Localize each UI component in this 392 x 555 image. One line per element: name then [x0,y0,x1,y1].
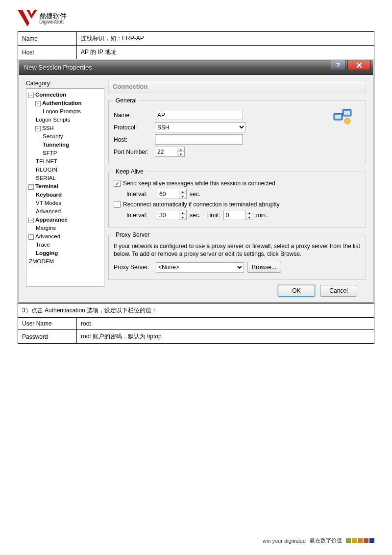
footer-slogan: win your digivalue [263,538,306,544]
reconnect-label: Reconnect automatically if connection is… [123,201,280,208]
host-desc: AP 的 IP 地址 [77,46,374,59]
interval-input[interactable] [157,189,179,199]
limit-spinner[interactable]: ▲▼ [223,210,253,220]
tree-zmodem[interactable]: ZMODEM [28,257,54,266]
proxy-label: Proxy Server: [114,264,153,271]
sec2-label: sec. [190,212,200,219]
spin-up-icon[interactable]: ▲ [177,147,184,152]
color-square [346,538,351,543]
spin-up-icon[interactable]: ▲ [179,210,186,215]
minus-icon[interactable]: − [35,101,41,106]
tree-keyboard[interactable]: Keyboard [35,191,62,199]
minus-icon[interactable]: − [28,184,34,190]
reconnect-checkbox[interactable] [114,201,121,208]
tree-appearance[interactable]: Appearance [35,216,68,224]
tree-margins[interactable]: Margins [35,224,56,232]
interval-label: Interval: [126,191,154,198]
proxy-group: Proxy Server If your network is configur… [108,231,366,280]
proxy-desc: If your network is configured to use a p… [114,242,361,258]
color-square [352,538,357,543]
page-header: 鼎捷软件 DigiwinSoft [0,0,392,31]
svg-rect-1 [335,115,341,119]
host-input[interactable] [155,134,243,145]
tree-serial[interactable]: SERIAL [35,174,56,182]
minus-icon[interactable]: − [28,218,34,223]
help-button[interactable]: ? [331,60,345,70]
interval-spinner[interactable]: ▲▼ [157,189,187,199]
general-legend: General [114,97,139,104]
tree-advanced-terminal[interactable]: Advanced [35,207,61,216]
minus-icon[interactable]: − [28,234,34,240]
user-label: User Name [18,318,77,330]
browse-button[interactable]: Browse... [247,262,281,273]
tree-rlogin[interactable]: RLOGIN [35,166,58,174]
close-button[interactable] [347,60,371,70]
interval2-label: Interval: [126,212,154,219]
svg-rect-3 [344,111,350,115]
tree-vtmodes[interactable]: VT Modes [35,199,62,207]
tree-trace[interactable]: Trace [35,241,50,249]
brand-sub: DigiwinSoft [39,19,67,25]
tree-authentication[interactable]: Authentication [42,99,82,107]
send-keepalive-label: Send keep alive messages while this sess… [123,180,275,187]
color-square [358,538,363,543]
dialog-title: New Session Properties [24,64,92,71]
name-label: Name [18,32,77,46]
interval2-input[interactable] [157,210,179,220]
spin-down-icon[interactable]: ▼ [177,152,184,156]
cancel-button[interactable]: Cancel [320,285,357,297]
protocol-select[interactable]: SSH [155,122,246,132]
info-table-1: Name 连线标识，如：ERP-AP Host AP 的 IP 地址 New S… [18,31,374,344]
color-squares [346,538,374,543]
brand-name: 鼎捷软件 [39,12,67,19]
ok-button[interactable]: OK [278,285,315,297]
dialog-titlebar: New Session Properties ? [19,60,373,75]
panel-title: Connection [108,80,366,93]
tree-terminal[interactable]: Terminal [35,182,59,191]
limit-label: Limit: [206,212,220,219]
network-icon [333,106,352,126]
general-group: General Name: Protocol: SSH [108,97,366,164]
port-spinner[interactable]: ▲▼ [155,147,185,157]
tree-security[interactable]: Security [42,132,64,141]
category-tree[interactable]: −Connection −Authentication Logon Prompt… [26,88,104,287]
tree-connection[interactable]: Connection [35,91,67,99]
keepalive-legend: Keep Alive [114,168,146,175]
svg-point-4 [344,118,350,124]
password-label: Password [18,330,77,344]
page-footer: win your digivalue 赢在数字价值 [263,537,374,544]
protocol-label: Protocol: [114,124,152,131]
limit-input[interactable] [223,210,246,220]
tree-tunneling[interactable]: Tunneling [42,141,70,149]
keepalive-group: Keep Alive ✔ Send keep alive messages wh… [108,168,366,227]
category-label: Category: [26,80,104,87]
step3-text: 3）点击 Authentiacation 选项，设定以下栏位的值： [18,304,374,318]
minus-icon[interactable]: − [35,126,41,131]
port-input[interactable] [155,147,177,157]
proxy-select[interactable]: <None> [156,262,244,273]
password-value: root 账户的密码，默认为 tiptop [77,330,374,344]
interval2-spinner[interactable]: ▲▼ [157,210,187,220]
name-input[interactable] [155,110,243,120]
spin-down-icon[interactable]: ▼ [179,194,186,199]
spin-up-icon[interactable]: ▲ [179,189,186,194]
tree-logon-prompts[interactable]: Logon Prompts [42,107,81,116]
user-value: root [77,318,374,330]
name-field-label: Name: [114,112,152,119]
minus-icon[interactable]: − [28,93,34,98]
tree-telnet[interactable]: TELNET [35,157,58,166]
brand-logo: 鼎捷软件 DigiwinSoft [18,10,67,26]
session-properties-dialog: New Session Properties ? Category: [19,60,373,303]
spin-down-icon[interactable]: ▼ [246,215,253,220]
logo-icon [18,10,37,26]
footer-cn: 赢在数字价值 [310,537,342,544]
tree-logon-scripts[interactable]: Logon Scripts [35,116,71,124]
tree-advanced[interactable]: Advanced [35,232,61,241]
spin-up-icon[interactable]: ▲ [246,210,253,215]
tree-ssh[interactable]: SSH [42,124,54,132]
spin-down-icon[interactable]: ▼ [179,215,186,220]
tree-logging[interactable]: Logging [35,249,58,257]
tree-sftp[interactable]: SFTP [42,149,57,157]
send-keepalive-checkbox[interactable]: ✔ [114,180,121,187]
host-label: Host [18,46,77,59]
